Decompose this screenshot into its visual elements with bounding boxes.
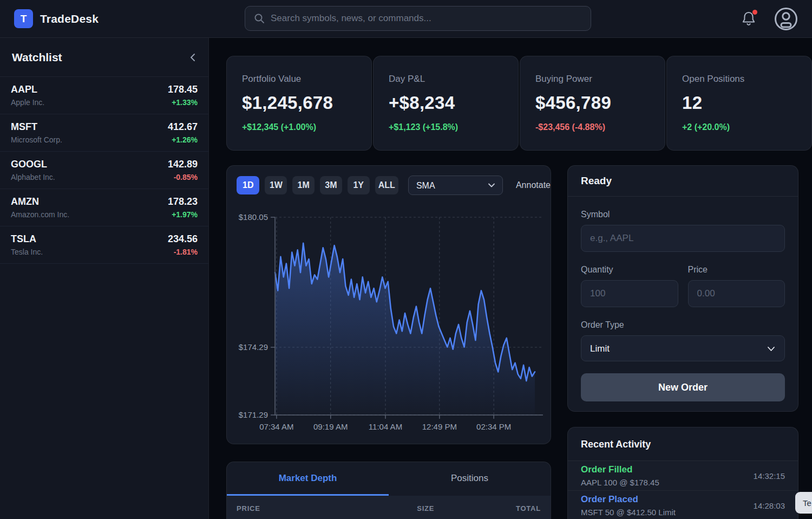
svg-text:$171.29: $171.29 <box>239 410 268 419</box>
quantity-label: Quantity <box>581 265 678 275</box>
range-button-3m[interactable]: 3M <box>320 176 342 194</box>
column-price: PRICE <box>237 504 358 512</box>
activity-time: 14:28:03 <box>754 501 785 510</box>
recent-activity-title: Recent Activity <box>568 427 798 461</box>
app-logo-letter: T <box>21 13 27 25</box>
toast-text: Te <box>803 498 811 508</box>
activity-detail: AAPL 100 @ $178.45 <box>581 478 659 487</box>
symbol: TSLA <box>11 233 43 245</box>
company-name: Apple Inc. <box>11 98 44 107</box>
day-pnl-card: Day P&L +$8,234 +$1,123 (+15.8%) <box>373 56 519 151</box>
symbol-label: Symbol <box>581 210 785 219</box>
watchlist-row-tsla[interactable]: TSLA Tesla Inc. 234.56 -1.81% <box>0 226 208 264</box>
company-name: Microsoft Corp. <box>11 135 62 144</box>
symbol: GOOGL <box>11 159 55 170</box>
activity-row-order-placed[interactable]: Order Placed MSFT 50 @ $412.50 Limit 14:… <box>568 491 798 519</box>
watchlist-title: Watchlist <box>12 51 62 64</box>
watchlist-row-googl[interactable]: GOOGL Alphabet Inc. 142.89 -0.85% <box>0 152 208 189</box>
activity-detail: MSFT 50 @ $412.50 Limit <box>581 508 676 517</box>
change-percent: +1.33% <box>168 98 198 107</box>
indicator-select[interactable]: SMA <box>408 176 503 195</box>
notifications-button[interactable] <box>742 11 757 27</box>
column-size: SIZE <box>358 504 435 512</box>
order-column: Ready Symbol Quantity Price <box>567 165 798 519</box>
chevron-left-icon <box>189 53 197 62</box>
tab-market-depth[interactable]: Market Depth <box>227 462 389 496</box>
column-total: TOTAL <box>434 504 541 512</box>
stat-delta: +2 (+20.0%) <box>682 122 796 132</box>
order-type-select[interactable]: Limit <box>581 335 785 361</box>
svg-text:09:19 AM: 09:19 AM <box>313 422 348 431</box>
app-title: TradeDesk <box>40 12 99 25</box>
svg-text:$174.29: $174.29 <box>239 342 268 352</box>
search-input[interactable] <box>271 13 582 24</box>
symbol: MSFT <box>11 121 62 133</box>
chart-column: 1D 1W 1M 3M 1Y ALL SMA Annotate <box>226 165 551 519</box>
intraday-price-chart[interactable]: 07:34 AM09:19 AM11:04 AM12:49 PM02:34 PM… <box>227 194 551 435</box>
activity-status: Order Placed <box>581 494 676 505</box>
stat-label: Open Positions <box>682 74 796 85</box>
change-percent: -1.81% <box>168 248 198 256</box>
user-avatar-icon <box>774 7 798 31</box>
svg-text:07:34 AM: 07:34 AM <box>259 422 293 431</box>
stat-value: $1,245,678 <box>242 93 356 113</box>
portfolio-value-card: Portfolio Value $1,245,678 +$12,345 (+1.… <box>226 56 372 151</box>
user-avatar-button[interactable] <box>774 7 798 31</box>
order-entry-panel: Ready Symbol Quantity Price <box>567 165 798 412</box>
stat-delta: -$23,456 (-4.88%) <box>535 122 650 132</box>
svg-text:11:04 AM: 11:04 AM <box>369 422 402 431</box>
toast-notification[interactable]: Te <box>795 492 812 514</box>
change-percent: +1.97% <box>168 210 198 219</box>
market-depth-panel: Market Depth Positions PRICE SIZE TOTAL <box>226 462 551 519</box>
chart-controls: 1D 1W 1M 3M 1Y ALL SMA Annotate <box>237 176 551 195</box>
symbol: AMZN <box>11 196 69 207</box>
stat-cards-row: Portfolio Value $1,245,678 +$12,345 (+1.… <box>226 56 812 151</box>
price: 178.45 <box>168 84 198 95</box>
quantity-field[interactable] <box>581 280 678 307</box>
tab-positions[interactable]: Positions <box>389 462 551 496</box>
watchlist-row-aapl[interactable]: AAPL Apple Inc. 178.45 +1.33% <box>0 77 208 114</box>
stat-delta: +$12,345 (+1.00%) <box>242 122 356 132</box>
change-percent: +1.26% <box>168 135 198 144</box>
recent-activity-panel: Recent Activity Order Filled AAPL 100 @ … <box>567 427 798 519</box>
open-positions-card: Open Positions 12 +2 (+20.0%) <box>666 56 812 151</box>
collapse-sidebar-button[interactable] <box>189 53 197 62</box>
company-name: Amazon.com Inc. <box>11 210 69 219</box>
order-type-label: Order Type <box>581 320 785 330</box>
change-percent: -0.85% <box>168 173 198 181</box>
stat-label: Portfolio Value <box>242 74 356 85</box>
stat-label: Buying Power <box>535 74 650 85</box>
main-content: Portfolio Value $1,245,678 +$12,345 (+1.… <box>209 38 812 519</box>
top-bar: T TradeDesk <box>0 0 812 38</box>
price: 234.56 <box>168 233 198 245</box>
range-button-1d[interactable]: 1D <box>237 176 259 194</box>
price: 178.23 <box>168 196 198 207</box>
price-label: Price <box>688 265 785 275</box>
activity-row-order-filled[interactable]: Order Filled AAPL 100 @ $178.45 14:32:15 <box>568 461 798 491</box>
stat-value: +$8,234 <box>389 93 503 113</box>
annotate-button[interactable]: Annotate <box>516 180 551 190</box>
range-button-all[interactable]: ALL <box>375 176 398 194</box>
company-name: Alphabet Inc. <box>11 173 55 181</box>
range-button-1m[interactable]: 1M <box>292 176 315 194</box>
price: 142.89 <box>168 159 198 170</box>
symbol: AAPL <box>11 84 44 95</box>
stat-label: Day P&L <box>389 74 503 85</box>
symbol-field[interactable] <box>581 225 785 252</box>
stat-value: 12 <box>682 93 796 113</box>
watchlist-row-msft[interactable]: MSFT Microsoft Corp. 412.67 +1.26% <box>0 114 208 152</box>
price-field[interactable] <box>688 280 785 307</box>
watchlist-row-amzn[interactable]: AMZN Amazon.com Inc. 178.23 +1.97% <box>0 189 208 226</box>
range-button-1y[interactable]: 1Y <box>348 176 370 194</box>
new-order-button[interactable]: New Order <box>581 373 785 401</box>
global-search[interactable] <box>245 6 591 31</box>
svg-text:$180.05: $180.05 <box>239 212 268 222</box>
activity-time: 14:32:15 <box>754 471 785 481</box>
order-status: Ready <box>568 166 798 197</box>
stat-delta: +$1,123 (+15.8%) <box>389 122 503 132</box>
stat-value: $456,789 <box>535 93 650 113</box>
range-button-1w[interactable]: 1W <box>265 176 287 194</box>
bottom-tabs: Market Depth Positions <box>227 462 551 496</box>
app-logo: T <box>14 9 33 28</box>
company-name: Tesla Inc. <box>11 248 43 256</box>
